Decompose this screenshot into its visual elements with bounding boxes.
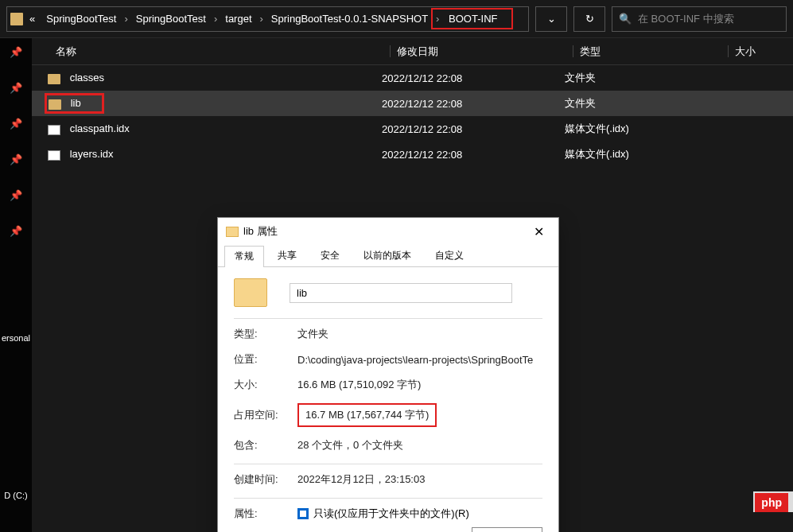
tab-previous[interactable]: 以前的版本 <box>353 245 422 266</box>
file-name: classes <box>70 72 104 83</box>
pin-icon[interactable]: 📌 <box>10 46 22 58</box>
pin-sidebar: 📌 📌 📌 📌 📌 📌 ersonal D (C:) <box>0 38 32 532</box>
php-badge: php <box>755 493 788 512</box>
column-headers: 名称 修改日期 类型 大小 <box>32 38 793 65</box>
breadcrumb-item[interactable]: BOOT-INF <box>444 11 502 26</box>
advanced-button[interactable]: 高级(D)... <box>472 527 542 532</box>
prop-contains-label: 包含: <box>234 438 297 452</box>
search-input[interactable]: 🔍 在 BOOT-INF 中搜索 <box>612 6 787 32</box>
breadcrumb-prefix: « <box>25 11 40 26</box>
file-name: layers.idx <box>70 148 114 160</box>
search-placeholder: 在 BOOT-INF 中搜索 <box>638 12 734 26</box>
folder-name-input[interactable] <box>290 283 512 303</box>
breadcrumb-item[interactable]: SpringBootTest-0.0.1-SNAPSHOT <box>266 11 433 26</box>
close-button[interactable]: ✕ <box>527 224 550 239</box>
prop-attr-label: 属性: <box>234 507 297 521</box>
file-date: 2022/12/12 22:08 <box>382 98 565 110</box>
chevron-right-icon: › <box>434 13 441 25</box>
prop-created-value: 2022年12月12日，23:15:03 <box>297 472 542 487</box>
tab-custom[interactable]: 自定义 <box>425 245 474 266</box>
chevron-right-icon: › <box>122 13 129 25</box>
dialog-title: lib 属性 <box>243 224 523 239</box>
sidebar-label: ersonal <box>2 333 30 343</box>
chevron-down-icon: ⌄ <box>547 13 556 25</box>
column-date[interactable]: 修改日期 <box>397 45 438 57</box>
file-name: lib <box>71 97 81 109</box>
folder-icon <box>234 278 267 307</box>
prop-size-label: 大小: <box>234 378 297 392</box>
pin-icon[interactable]: 📌 <box>10 82 22 94</box>
breadcrumb[interactable]: « SpringBootTest › SpringBootTest › targ… <box>6 6 529 32</box>
prop-location-value: D:\coding\java-projects\learn-projects\S… <box>297 354 542 366</box>
prop-disk-label: 占用空间: <box>234 408 297 422</box>
dropdown-button[interactable]: ⌄ <box>535 6 567 32</box>
tab-share[interactable]: 共享 <box>267 245 307 266</box>
pin-icon[interactable]: 📌 <box>10 118 22 130</box>
prop-type-label: 类型: <box>234 327 297 341</box>
prop-disk-value: 16.7 MB (17,567,744 字节) <box>297 403 437 427</box>
properties-dialog: lib 属性 ✕ 常规 共享 安全 以前的版本 自定义 类型:文件夹 位置:D:… <box>217 217 559 532</box>
breadcrumb-item[interactable]: target <box>220 11 256 26</box>
readonly-label: 只读(仅应用于文件夹中的文件)(R) <box>313 507 469 521</box>
file-icon <box>48 150 60 161</box>
refresh-button[interactable]: ↻ <box>573 6 605 32</box>
refresh-icon: ↻ <box>585 13 594 25</box>
column-name[interactable]: 名称 <box>32 45 390 59</box>
breadcrumb-highlight: › BOOT-INF <box>431 8 513 29</box>
file-name: classpath.idx <box>70 122 130 134</box>
tab-security[interactable]: 安全 <box>310 245 350 266</box>
file-row[interactable]: lib 2022/12/12 22:08 文件夹 <box>32 91 793 116</box>
tab-general[interactable]: 常规 <box>224 246 264 267</box>
readonly-checkbox[interactable] <box>297 508 309 519</box>
sidebar-label: D (C:) <box>4 491 27 500</box>
dialog-tabs: 常规 共享 安全 以前的版本 自定义 <box>218 245 558 267</box>
pin-icon[interactable]: 📌 <box>10 153 22 165</box>
column-size[interactable]: 大小 <box>735 45 756 57</box>
breadcrumb-item[interactable]: SpringBootTest <box>131 11 211 26</box>
file-date: 2022/12/12 22:08 <box>382 72 565 84</box>
prop-size-value: 16.6 MB (17,510,092 字节) <box>297 378 542 392</box>
file-icon <box>48 125 60 135</box>
chevron-right-icon: › <box>212 13 219 25</box>
file-row[interactable]: layers.idx 2022/12/12 22:08 媒体文件(.idx) <box>32 142 793 167</box>
breadcrumb-item[interactable]: SpringBootTest <box>41 11 121 26</box>
chevron-right-icon: › <box>259 13 265 25</box>
prop-created-label: 创建时间: <box>234 472 297 487</box>
file-row[interactable]: classpath.idx 2022/12/12 22:08 媒体文件(.idx… <box>32 116 793 142</box>
file-date: 2022/12/12 22:08 <box>382 123 565 135</box>
prop-location-label: 位置: <box>234 352 297 367</box>
pin-icon[interactable]: 📌 <box>10 189 22 201</box>
folder-icon <box>48 74 60 84</box>
column-type[interactable]: 类型 <box>580 45 601 57</box>
file-date: 2022/12/12 22:08 <box>382 149 565 161</box>
pin-icon[interactable]: 📌 <box>10 225 22 237</box>
file-type: 文件夹 <box>565 71 720 85</box>
prop-type-value: 文件夹 <box>297 327 542 341</box>
file-row[interactable]: classes 2022/12/12 22:08 文件夹 <box>32 65 793 91</box>
folder-icon <box>226 227 239 237</box>
file-type: 媒体文件(.idx) <box>565 122 720 136</box>
file-type: 媒体文件(.idx) <box>565 147 720 161</box>
search-icon: 🔍 <box>619 13 632 25</box>
prop-contains-value: 28 个文件，0 个文件夹 <box>297 438 542 452</box>
folder-icon <box>49 99 61 110</box>
file-type: 文件夹 <box>565 96 720 111</box>
folder-icon <box>10 13 23 25</box>
